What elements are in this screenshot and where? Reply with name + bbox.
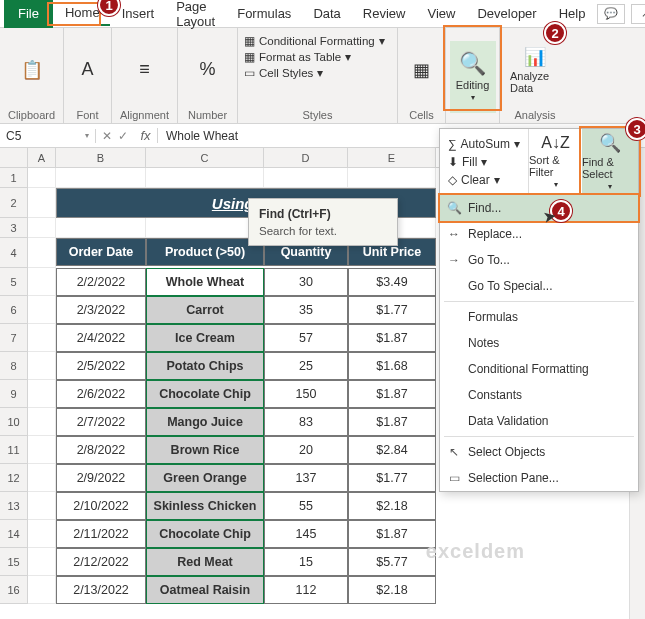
menu-data-val[interactable]: Data Validation (440, 408, 638, 434)
row-header[interactable]: 10 (0, 408, 28, 436)
tab-formulas[interactable]: Formulas (227, 2, 301, 25)
table-cell[interactable]: 30 (264, 268, 348, 296)
table-cell[interactable]: $2.84 (348, 436, 436, 464)
row-header[interactable]: 12 (0, 464, 28, 492)
number-button[interactable]: % (186, 57, 230, 82)
table-cell[interactable]: 2/5/2022 (56, 352, 146, 380)
menu-notes[interactable]: Notes (440, 330, 638, 356)
row-header[interactable]: 2 (0, 188, 28, 218)
col-header-E[interactable]: E (348, 148, 436, 167)
col-header-C[interactable]: C (146, 148, 264, 167)
analyze-data-button[interactable]: 📊Analyze Data (506, 44, 564, 96)
table-cell[interactable]: $5.77 (348, 548, 436, 576)
table-cell[interactable]: $1.68 (348, 352, 436, 380)
table-cell[interactable]: 2/12/2022 (56, 548, 146, 576)
table-cell[interactable]: 20 (264, 436, 348, 464)
table-cell[interactable]: Ice Cream (146, 324, 264, 352)
menu-goto-special[interactable]: Go To Special... (440, 273, 638, 299)
col-header-D[interactable]: D (264, 148, 348, 167)
table-cell[interactable]: 2/11/2022 (56, 520, 146, 548)
menu-formulas[interactable]: Formulas (440, 304, 638, 330)
cells-button[interactable]: ▦ (400, 57, 444, 83)
table-cell[interactable]: 25 (264, 352, 348, 380)
find-select-button[interactable]: 🔍Find & Select▾ (582, 129, 638, 194)
comments-icon[interactable]: 💬 (597, 4, 625, 24)
row-header[interactable]: 9 (0, 380, 28, 408)
table-cell[interactable]: 15 (264, 548, 348, 576)
select-all-corner[interactable] (0, 148, 28, 167)
table-cell[interactable]: $2.18 (348, 576, 436, 604)
table-cell[interactable]: 2/2/2022 (56, 268, 146, 296)
clear-button[interactable]: ◇ Clear ▾ (448, 173, 520, 187)
alignment-button[interactable]: ≡ (123, 57, 167, 82)
font-button[interactable]: A (66, 57, 110, 82)
table-cell[interactable]: 137 (264, 464, 348, 492)
table-cell[interactable]: 112 (264, 576, 348, 604)
table-cell[interactable]: Mango Juice (146, 408, 264, 436)
table-cell[interactable]: $1.87 (348, 408, 436, 436)
table-cell[interactable]: 35 (264, 296, 348, 324)
tab-developer[interactable]: Developer (467, 2, 546, 25)
name-box[interactable]: C5 (0, 129, 96, 143)
table-cell[interactable]: 2/7/2022 (56, 408, 146, 436)
table-cell[interactable]: 57 (264, 324, 348, 352)
row-header[interactable]: 4 (0, 238, 28, 268)
menu-goto[interactable]: →Go To... (440, 247, 638, 273)
menu-cond-fmt[interactable]: Conditional Formatting (440, 356, 638, 382)
editing-button[interactable]: 🔍Editing▾ (450, 41, 496, 113)
table-cell[interactable]: $1.87 (348, 380, 436, 408)
table-cell[interactable]: 55 (264, 492, 348, 520)
table-cell[interactable]: $2.18 (348, 492, 436, 520)
table-cell[interactable]: $3.49 (348, 268, 436, 296)
sort-filter-button[interactable]: A↓ZSort & Filter▾ (528, 129, 582, 194)
conditional-formatting-button[interactable]: ▦ Conditional Formatting ▾ (244, 34, 391, 48)
row-header[interactable]: 15 (0, 548, 28, 576)
fill-button[interactable]: ⬇ Fill ▾ (448, 155, 520, 169)
table-cell[interactable]: Skinless Chicken (146, 492, 264, 520)
cancel-icon[interactable]: ✕ (102, 129, 112, 143)
row-header[interactable]: 8 (0, 352, 28, 380)
tab-data[interactable]: Data (303, 2, 350, 25)
row-header[interactable]: 5 (0, 268, 28, 296)
menu-replace[interactable]: ↔Replace... (440, 221, 638, 247)
row-header[interactable]: 13 (0, 492, 28, 520)
table-cell[interactable]: Chocolate Chip (146, 380, 264, 408)
clipboard-button[interactable]: 📋 (10, 57, 54, 83)
table-cell[interactable]: 2/9/2022 (56, 464, 146, 492)
table-cell[interactable]: Carrot (146, 296, 264, 324)
table-cell[interactable]: Oatmeal Raisin (146, 576, 264, 604)
table-cell[interactable]: Brown Rice (146, 436, 264, 464)
tab-view[interactable]: View (417, 2, 465, 25)
table-cell[interactable]: Potato Chips (146, 352, 264, 380)
table-cell[interactable]: 2/3/2022 (56, 296, 146, 324)
tab-file[interactable]: File (4, 0, 53, 28)
table-cell[interactable]: 2/10/2022 (56, 492, 146, 520)
row-header[interactable]: 14 (0, 520, 28, 548)
menu-constants[interactable]: Constants (440, 382, 638, 408)
table-cell[interactable]: Whole Wheat (146, 268, 264, 296)
table-cell[interactable]: $1.77 (348, 464, 436, 492)
row-header[interactable]: 11 (0, 436, 28, 464)
table-cell[interactable]: 2/8/2022 (56, 436, 146, 464)
menu-selection-pane[interactable]: ▭Selection Pane... (440, 465, 638, 491)
table-cell[interactable]: 83 (264, 408, 348, 436)
table-cell[interactable]: Green Orange (146, 464, 264, 492)
table-cell[interactable]: $1.87 (348, 520, 436, 548)
format-as-table-button[interactable]: ▦ Format as Table ▾ (244, 50, 391, 64)
table-cell[interactable]: 2/6/2022 (56, 380, 146, 408)
fx-icon[interactable]: fx (134, 128, 158, 143)
formula-input[interactable]: Whole Wheat (158, 129, 246, 143)
row-header[interactable]: 6 (0, 296, 28, 324)
table-cell[interactable]: 150 (264, 380, 348, 408)
table-cell[interactable]: 2/4/2022 (56, 324, 146, 352)
cell-styles-button[interactable]: ▭ Cell Styles ▾ (244, 66, 391, 80)
menu-find[interactable]: 🔍Find... (440, 195, 638, 221)
row-header[interactable]: 3 (0, 218, 28, 238)
share-icon[interactable]: ↗ (631, 4, 645, 24)
autosum-button[interactable]: ∑ AutoSum ▾ (448, 137, 520, 151)
table-cell[interactable]: 2/13/2022 (56, 576, 146, 604)
table-cell[interactable]: $1.87 (348, 324, 436, 352)
table-cell[interactable]: 145 (264, 520, 348, 548)
table-cell[interactable]: Red Meat (146, 548, 264, 576)
row-header[interactable]: 7 (0, 324, 28, 352)
